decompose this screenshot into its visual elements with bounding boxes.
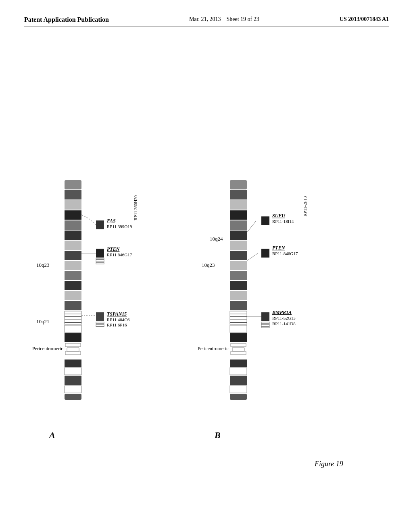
probe-b-rp11-846g17: RP11-846G17	[272, 251, 298, 256]
chrom-b-centromere	[232, 347, 244, 351]
chrom-a-band-6	[65, 325, 81, 332]
chrom-a-band-10	[65, 271, 81, 280]
chrom-b-centromere-bottom	[231, 343, 246, 347]
chrom-a-band-11	[65, 261, 81, 270]
chrom-b-10q23-label: 10q23	[202, 262, 215, 268]
chrom-b-band-bottom-tip	[230, 394, 247, 400]
chrom-a-band-12	[65, 251, 81, 260]
chrom-b-band-2	[230, 376, 247, 385]
chrom-a-band-17	[65, 200, 81, 210]
probe-a-tspan15-gene: TSPAN15	[107, 311, 127, 317]
chrom-b-band-1	[230, 386, 247, 393]
chrom-b-band-11	[230, 261, 247, 270]
chrom-b-band-9	[230, 281, 247, 290]
chrom-a-band-9	[65, 281, 81, 290]
publication-number: US 2013/0071843 A1	[340, 16, 389, 23]
conn-a-fas-2	[89, 218, 96, 225]
chrom-b-band-10	[230, 271, 247, 280]
chrom-a-10q21-label: 10q21	[36, 318, 50, 324]
chrom-a-pericentromeric-label: Pericentromeric	[32, 346, 63, 351]
panel-b-label: B	[214, 430, 221, 440]
chrom-b-pericentromeric-label: Pericentromeric	[198, 346, 229, 351]
chrom-a-centromere-bottom	[65, 343, 81, 347]
probe-a-rp11-404c6: RP11 404C6	[107, 317, 130, 322]
chrom-b-band-17	[230, 200, 247, 210]
probe-b-pten-bar	[261, 249, 269, 258]
publication-date-sheet: Mar. 21, 2013 Sheet 19 of 23	[189, 16, 259, 23]
probe-b-rp11-18i14: RP11-18I14	[272, 219, 294, 224]
chrom-a-band-15	[65, 220, 81, 230]
chrom-a-band-8	[65, 291, 81, 300]
chrom-b-band-12	[230, 251, 247, 260]
chrom-a-band-bottom-tip	[65, 394, 81, 400]
probe-a-pten-bar	[96, 249, 104, 258]
probe-a-rp11-6p16: RP11 6P16	[107, 322, 127, 327]
chrom-a-band-14	[65, 231, 81, 240]
chrom-b-band-16	[230, 210, 247, 220]
chrom-b-band-15	[230, 220, 247, 230]
probe-a-fas-bar	[96, 220, 104, 229]
chrom-b-band-5	[230, 333, 247, 342]
chrom-b-band-6	[230, 325, 247, 332]
conn-b-sufu	[247, 221, 256, 233]
probe-a-rp11-846g17: RP11 846G17	[107, 252, 132, 257]
chrom-b-band-3	[230, 368, 247, 375]
chrom-b-centromere-top	[231, 351, 246, 355]
panel-a-label: A	[48, 430, 55, 440]
chrom-b-band-top	[230, 180, 247, 189]
chrom-a-band-5	[65, 333, 81, 342]
probe-b-rp11-2f13: RP11-2F13	[302, 196, 307, 216]
probe-b-rp11-141d8: RP11-141D8	[272, 321, 296, 326]
chrom-a-centromere-top	[65, 351, 81, 355]
chrom-a-band-13	[65, 241, 81, 250]
chrom-b-band-14	[230, 231, 247, 240]
chrom-a-band-3	[65, 368, 81, 375]
probe-b-pten-gene: PTEN	[272, 245, 286, 251]
page-header: Patent Application Publication Mar. 21, …	[24, 16, 389, 27]
probe-b-bmpr1a-bar	[261, 312, 269, 321]
chrom-a-band-18	[65, 190, 81, 200]
chrom-a-band-top	[65, 180, 81, 189]
chrom-a-band-4	[65, 360, 81, 367]
probe-a-fas-gene: FAS	[106, 218, 116, 224]
probe-b-sufu-gene: SUFU	[272, 213, 286, 218]
chrom-b-band-7	[230, 301, 247, 310]
probe-b-rp11-52g13: RP11-52G13	[272, 316, 296, 320]
figure-19: A Pericentromeric 10q21 10q23	[24, 43, 389, 519]
probe-a-tspan15-bar	[96, 312, 104, 321]
chrom-a-band-1	[65, 386, 81, 393]
probe-a-rp11-399o19: RP11 399O19	[107, 224, 132, 229]
figure-label: Figure 19	[314, 460, 343, 468]
chrom-a-band-16	[65, 210, 81, 220]
chrom-a-10q23-label: 10q23	[36, 262, 50, 268]
chrom-a-band-7	[65, 301, 81, 310]
probe-a-pten-gene: PTEN	[107, 246, 120, 252]
probe-a-rp116p16-bar-bg	[96, 322, 104, 327]
page: Patent Application Publication Mar. 21, …	[0, 0, 413, 532]
probe-b-bmpr1a-gene: BMPR1A	[272, 310, 292, 315]
conn-b-pten	[247, 253, 258, 261]
chrom-b-band-18	[230, 190, 247, 200]
chrom-b-band-4	[230, 360, 247, 367]
probe-b-sufu-bar	[261, 216, 269, 225]
chrom-b-band-8	[230, 291, 247, 300]
publication-title: Patent Application Publication	[24, 16, 109, 23]
chrom-b-band-13	[230, 241, 247, 250]
probe-a-rp11-360h20: RP11 360H20	[133, 195, 138, 220]
conn-a-fas-1	[81, 215, 89, 218]
chrom-a-centromere	[67, 347, 79, 351]
chrom-b-10q24-label: 10q24	[210, 236, 223, 242]
chrom-a-band-2	[65, 376, 81, 385]
